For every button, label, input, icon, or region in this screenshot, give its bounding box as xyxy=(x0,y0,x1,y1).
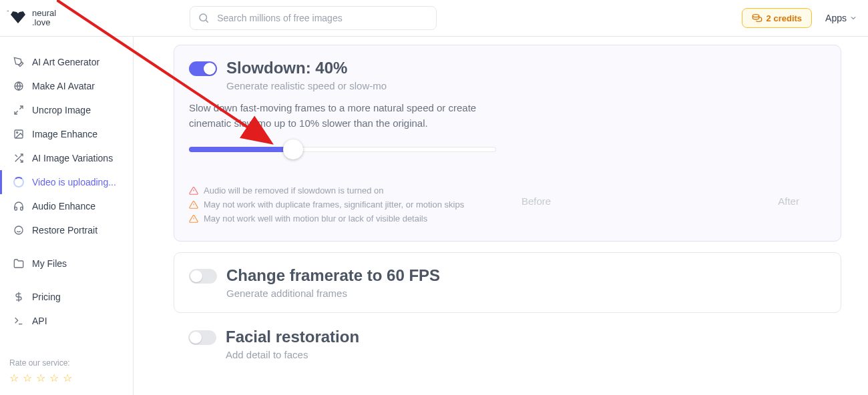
apps-dropdown[interactable]: Apps xyxy=(825,13,857,23)
sidebar-item-label: API xyxy=(32,316,47,326)
warning-icon xyxy=(189,214,198,224)
slowdown-title: Slowdown: 40% xyxy=(226,59,826,77)
headphones-icon xyxy=(13,201,24,212)
globe-icon xyxy=(13,81,24,91)
sidebar-item-label: Image Enhance xyxy=(32,129,97,139)
slowdown-description: Slow down fast-moving frames to a more n… xyxy=(189,101,496,131)
framerate-toggle[interactable] xyxy=(189,269,217,284)
sidebar-item-avatar[interactable]: Make AI Avatar xyxy=(0,74,133,98)
sidebar-item-pricing[interactable]: Pricing xyxy=(0,285,133,309)
warning-text: May not work well with motion blur or la… xyxy=(204,214,427,224)
facial-subtitle: Add detail to faces xyxy=(226,349,827,360)
chevron-down-icon xyxy=(849,14,857,22)
star-icon[interactable]: ☆ xyxy=(63,372,72,384)
star-icon[interactable]: ☆ xyxy=(49,372,59,384)
warning-icon xyxy=(189,200,198,210)
sidebar-item-label: Restore Portrait xyxy=(32,225,97,236)
folder-icon xyxy=(13,258,24,269)
sidebar-item-label: Uncrop Image xyxy=(32,105,91,115)
slider-thumb[interactable] xyxy=(283,139,303,159)
warning-text: Audio will be removed if slowdown is tur… xyxy=(204,185,384,195)
terminal-icon xyxy=(13,316,24,326)
sidebar-item-label: Video is uploading... xyxy=(32,177,116,187)
sidebar-item-video-uploading[interactable]: Video is uploading... xyxy=(0,170,133,194)
rating-stars: ☆ ☆ ☆ ☆ ☆ xyxy=(9,372,124,384)
warning-text: May not work with duplicate frames, sign… xyxy=(204,200,464,210)
facial-card: Facial restoration Add detail to faces xyxy=(174,324,841,374)
dollar-icon xyxy=(13,292,24,302)
star-icon[interactable]: ☆ xyxy=(9,372,19,384)
sidebar-item-ai-art[interactable]: AI Art Generator xyxy=(0,50,133,74)
spinner-icon xyxy=(13,177,24,187)
sidebar: AI Art Generator Make AI Avatar Uncrop I… xyxy=(0,37,134,395)
facial-toggle[interactable] xyxy=(188,330,216,345)
main-content: Slowdown: 40% Generate realistic speed o… xyxy=(134,37,868,395)
sidebar-item-label: AI Art Generator xyxy=(32,57,99,67)
expand-icon xyxy=(13,105,24,115)
sidebar-item-label: My Files xyxy=(32,258,67,269)
apps-label: Apps xyxy=(825,13,847,23)
slowdown-toggle[interactable] xyxy=(189,61,217,76)
smile-icon xyxy=(13,225,24,236)
heart-icon xyxy=(11,10,25,23)
framerate-subtitle: Generate additional frames xyxy=(226,288,826,299)
sidebar-item-label: Make AI Avatar xyxy=(32,81,95,91)
pen-icon xyxy=(13,57,24,67)
shuffle-icon xyxy=(13,153,24,163)
before-after-labels: Before After xyxy=(521,195,799,207)
credits-button[interactable]: 2 credits xyxy=(742,8,812,28)
sidebar-item-uncrop[interactable]: Uncrop Image xyxy=(0,98,133,122)
framerate-title: Change framerate to 60 FPS xyxy=(226,266,826,285)
sidebar-item-api[interactable]: API xyxy=(0,309,133,333)
sidebar-item-label: Pricing xyxy=(32,292,61,302)
framerate-card: Change framerate to 60 FPS Generate addi… xyxy=(174,252,841,313)
slowdown-subtitle: Generate realistic speed or slow-mo xyxy=(226,80,826,91)
sidebar-item-variations[interactable]: AI Image Variations xyxy=(0,146,133,170)
logo-text-2: .love xyxy=(32,18,56,27)
sidebar-item-restore[interactable]: Restore Portrait xyxy=(0,218,133,242)
credits-label: 2 credits xyxy=(767,13,802,23)
svg-point-0 xyxy=(200,14,207,21)
logo[interactable]: ∙∙ neural .love xyxy=(11,9,56,28)
slowdown-slider[interactable] xyxy=(189,147,496,152)
svg-line-5 xyxy=(15,111,18,114)
sidebar-item-enhance[interactable]: Image Enhance xyxy=(0,122,133,146)
sidebar-item-label: Audio Enhance xyxy=(32,201,95,212)
svg-line-1 xyxy=(206,20,208,22)
logo-text-1: neural xyxy=(32,9,56,18)
search-input[interactable] xyxy=(190,6,437,30)
header: ∙∙ neural .love 2 credits Apps xyxy=(0,0,868,37)
image-icon xyxy=(13,129,24,139)
search-icon xyxy=(198,12,210,24)
sidebar-item-label: AI Image Variations xyxy=(32,153,113,163)
svg-point-7 xyxy=(17,132,18,133)
after-label: After xyxy=(778,195,799,207)
svg-point-2 xyxy=(752,15,758,17)
slowdown-card: Slowdown: 40% Generate realistic speed o… xyxy=(174,45,841,242)
before-label: Before xyxy=(521,195,551,207)
star-icon[interactable]: ☆ xyxy=(36,372,45,384)
search xyxy=(190,6,437,30)
warning-icon xyxy=(189,186,198,195)
star-icon[interactable]: ☆ xyxy=(23,372,32,384)
svg-line-10 xyxy=(15,155,17,157)
facial-title: Facial restoration xyxy=(226,328,827,346)
svg-point-11 xyxy=(15,226,23,234)
coins-icon xyxy=(752,13,763,23)
rate-label: Rate our service: xyxy=(9,358,124,368)
svg-line-4 xyxy=(19,106,23,109)
sidebar-item-files[interactable]: My Files xyxy=(0,252,133,276)
sidebar-item-audio[interactable]: Audio Enhance xyxy=(0,194,133,218)
